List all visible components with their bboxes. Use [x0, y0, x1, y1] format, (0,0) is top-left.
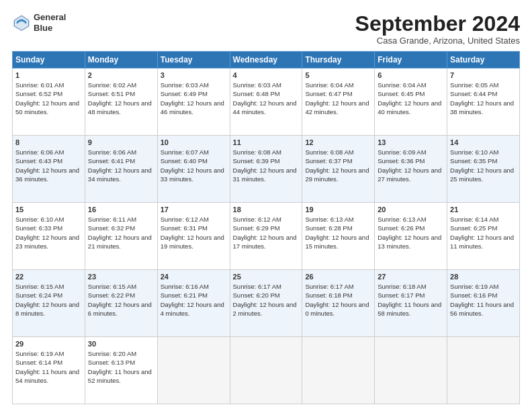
day-number: 14: [450, 138, 517, 146]
cell-info: Sunrise: 6:14 AMSunset: 6:25 PMDaylight:…: [450, 216, 514, 250]
calendar-cell: 25Sunrise: 6:17 AMSunset: 6:20 PMDayligh…: [230, 270, 302, 337]
day-number: 2: [88, 71, 154, 79]
title-block: September 2024 Casa Grande, Arizona, Uni…: [355, 12, 520, 46]
calendar-day-header: Saturday: [447, 52, 520, 68]
calendar-cell: 14Sunrise: 6:10 AMSunset: 6:35 PMDayligh…: [447, 136, 520, 203]
calendar-week-row: 29Sunrise: 6:19 AMSunset: 6:14 PMDayligh…: [13, 337, 520, 404]
cell-info: Sunrise: 6:07 AMSunset: 6:40 PMDaylight:…: [161, 148, 224, 183]
svg-marker-0: [13, 14, 30, 31]
calendar-table: SundayMondayTuesdayWednesdayThursdayFrid…: [12, 51, 520, 404]
cell-info: Sunrise: 6:10 AMSunset: 6:33 PMDaylight:…: [15, 216, 79, 250]
calendar-cell: 15Sunrise: 6:10 AMSunset: 6:33 PMDayligh…: [13, 203, 85, 270]
cell-info: Sunrise: 6:12 AMSunset: 6:31 PMDaylight:…: [161, 216, 224, 250]
cell-info: Sunrise: 6:04 AMSunset: 6:45 PMDaylight:…: [378, 81, 441, 116]
calendar-cell: [375, 337, 447, 404]
day-number: 7: [450, 71, 517, 79]
cell-info: Sunrise: 6:09 AMSunset: 6:36 PMDaylight:…: [378, 148, 441, 183]
cell-info: Sunrise: 6:17 AMSunset: 6:18 PMDaylight:…: [305, 283, 369, 317]
calendar-cell: 2Sunrise: 6:02 AMSunset: 6:51 PMDaylight…: [85, 68, 157, 136]
day-number: 17: [161, 205, 227, 214]
calendar-day-header: Friday: [375, 52, 447, 68]
calendar-cell: 6Sunrise: 6:04 AMSunset: 6:45 PMDaylight…: [375, 68, 447, 136]
day-number: 27: [378, 273, 444, 281]
day-number: 26: [305, 273, 371, 281]
day-number: 19: [305, 205, 371, 214]
calendar-week-row: 15Sunrise: 6:10 AMSunset: 6:33 PMDayligh…: [13, 203, 520, 270]
cell-info: Sunrise: 6:03 AMSunset: 6:49 PMDaylight:…: [161, 81, 224, 116]
cell-info: Sunrise: 6:01 AMSunset: 6:52 PMDaylight:…: [15, 81, 79, 116]
cell-info: Sunrise: 6:10 AMSunset: 6:35 PMDaylight:…: [450, 148, 514, 183]
calendar-cell: 7Sunrise: 6:05 AMSunset: 6:44 PMDaylight…: [447, 68, 520, 136]
day-number: 13: [378, 138, 444, 146]
calendar-cell: 1Sunrise: 6:01 AMSunset: 6:52 PMDaylight…: [13, 68, 85, 136]
calendar-cell: 10Sunrise: 6:07 AMSunset: 6:40 PMDayligh…: [157, 136, 230, 203]
calendar-cell: [157, 337, 230, 404]
calendar-day-header: Monday: [85, 52, 157, 68]
cell-info: Sunrise: 6:19 AMSunset: 6:14 PMDaylight:…: [15, 350, 79, 384]
calendar-cell: 23Sunrise: 6:15 AMSunset: 6:22 PMDayligh…: [85, 270, 157, 337]
day-number: 9: [88, 138, 154, 146]
location: Casa Grande, Arizona, United States: [355, 36, 520, 46]
cell-info: Sunrise: 6:17 AMSunset: 6:20 PMDaylight:…: [233, 283, 297, 317]
calendar-cell: [447, 337, 520, 404]
calendar-cell: 28Sunrise: 6:19 AMSunset: 6:16 PMDayligh…: [447, 270, 520, 337]
calendar-day-header: Thursday: [302, 52, 375, 68]
calendar-cell: 22Sunrise: 6:15 AMSunset: 6:24 PMDayligh…: [13, 270, 85, 337]
cell-info: Sunrise: 6:06 AMSunset: 6:41 PMDaylight:…: [88, 148, 152, 183]
day-number: 16: [88, 205, 154, 214]
calendar-cell: [230, 337, 302, 404]
cell-info: Sunrise: 6:18 AMSunset: 6:17 PMDaylight:…: [378, 283, 441, 317]
cell-info: Sunrise: 6:11 AMSunset: 6:32 PMDaylight:…: [88, 216, 152, 250]
calendar-cell: 30Sunrise: 6:20 AMSunset: 6:13 PMDayligh…: [85, 337, 157, 404]
cell-info: Sunrise: 6:02 AMSunset: 6:51 PMDaylight:…: [88, 81, 152, 116]
day-number: 10: [161, 138, 227, 146]
calendar-cell: 21Sunrise: 6:14 AMSunset: 6:25 PMDayligh…: [447, 203, 520, 270]
cell-info: Sunrise: 6:08 AMSunset: 6:39 PMDaylight:…: [233, 148, 297, 183]
page: General Blue September 2024 Casa Grande,…: [0, 0, 532, 411]
cell-info: Sunrise: 6:15 AMSunset: 6:24 PMDaylight:…: [15, 283, 79, 317]
logo: General Blue: [12, 12, 66, 33]
calendar-cell: [302, 337, 375, 404]
calendar-week-row: 1Sunrise: 6:01 AMSunset: 6:52 PMDaylight…: [13, 68, 520, 136]
logo-icon: [12, 13, 31, 32]
cell-info: Sunrise: 6:03 AMSunset: 6:48 PMDaylight:…: [233, 81, 297, 116]
day-number: 15: [15, 205, 82, 214]
cell-info: Sunrise: 6:16 AMSunset: 6:21 PMDaylight:…: [161, 283, 224, 317]
cell-info: Sunrise: 6:15 AMSunset: 6:22 PMDaylight:…: [88, 283, 152, 317]
calendar-cell: 26Sunrise: 6:17 AMSunset: 6:18 PMDayligh…: [302, 270, 375, 337]
day-number: 18: [233, 205, 300, 214]
header: General Blue September 2024 Casa Grande,…: [12, 12, 520, 46]
calendar-cell: 11Sunrise: 6:08 AMSunset: 6:39 PMDayligh…: [230, 136, 302, 203]
day-number: 8: [15, 138, 82, 146]
cell-info: Sunrise: 6:19 AMSunset: 6:16 PMDaylight:…: [450, 283, 514, 317]
calendar-cell: 5Sunrise: 6:04 AMSunset: 6:47 PMDaylight…: [302, 68, 375, 136]
calendar-cell: 9Sunrise: 6:06 AMSunset: 6:41 PMDaylight…: [85, 136, 157, 203]
calendar-cell: 19Sunrise: 6:13 AMSunset: 6:28 PMDayligh…: [302, 203, 375, 270]
calendar-day-header: Wednesday: [230, 52, 302, 68]
month-title: September 2024: [355, 12, 520, 36]
day-number: 28: [450, 273, 517, 281]
day-number: 12: [305, 138, 371, 146]
day-number: 20: [378, 205, 444, 214]
cell-info: Sunrise: 6:13 AMSunset: 6:26 PMDaylight:…: [378, 216, 441, 250]
calendar-week-row: 22Sunrise: 6:15 AMSunset: 6:24 PMDayligh…: [13, 270, 520, 337]
logo-text: General Blue: [34, 12, 66, 33]
day-number: 5: [305, 71, 371, 79]
calendar-cell: 13Sunrise: 6:09 AMSunset: 6:36 PMDayligh…: [375, 136, 447, 203]
calendar-cell: 29Sunrise: 6:19 AMSunset: 6:14 PMDayligh…: [13, 337, 85, 404]
calendar-cell: 3Sunrise: 6:03 AMSunset: 6:49 PMDaylight…: [157, 68, 230, 136]
day-number: 11: [233, 138, 300, 146]
calendar-cell: 4Sunrise: 6:03 AMSunset: 6:48 PMDaylight…: [230, 68, 302, 136]
day-number: 25: [233, 273, 300, 281]
calendar-header-row: SundayMondayTuesdayWednesdayThursdayFrid…: [13, 52, 520, 68]
day-number: 22: [15, 273, 82, 281]
calendar-cell: 20Sunrise: 6:13 AMSunset: 6:26 PMDayligh…: [375, 203, 447, 270]
calendar-day-header: Sunday: [13, 52, 85, 68]
day-number: 3: [161, 71, 227, 79]
day-number: 24: [161, 273, 227, 281]
calendar-cell: 8Sunrise: 6:06 AMSunset: 6:43 PMDaylight…: [13, 136, 85, 203]
day-number: 23: [88, 273, 154, 281]
cell-info: Sunrise: 6:12 AMSunset: 6:29 PMDaylight:…: [233, 216, 297, 250]
day-number: 21: [450, 205, 517, 214]
day-number: 4: [233, 71, 300, 79]
